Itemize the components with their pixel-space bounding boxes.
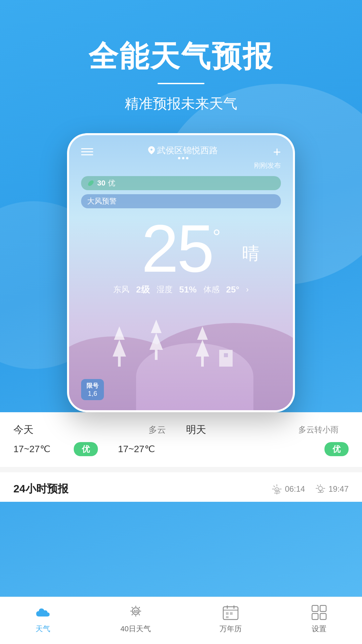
phone-container: 武侯区锦悦西路 + 刚刚发布 30 xyxy=(67,133,295,412)
warning-text: 大风预警 xyxy=(87,196,117,206)
location-pin-icon xyxy=(148,146,155,154)
svg-line-22 xyxy=(132,614,133,615)
calendar-sun-icon: 40 xyxy=(127,604,144,621)
feel-label: 体感 xyxy=(203,284,220,295)
weather-condition: 晴 xyxy=(242,242,259,265)
today-air-badge: 优 xyxy=(74,442,98,456)
tree-1 xyxy=(113,333,126,367)
calendar-nav-label: 万年历 xyxy=(220,624,242,634)
40day-nav-label: 40日天气 xyxy=(120,624,150,634)
sunrise-icon xyxy=(272,484,282,494)
svg-rect-30 xyxy=(226,616,229,618)
sun-info: 06:14 19:47 xyxy=(272,484,349,494)
nav-weather[interactable]: 天气 xyxy=(34,604,52,634)
40day-nav-icon: 40 xyxy=(127,604,144,621)
license-badge[interactable]: 限号 1,6 xyxy=(81,379,104,400)
svg-rect-29 xyxy=(230,612,233,615)
nav-40day[interactable]: 40 40日天气 xyxy=(120,604,150,634)
aqi-label: 优 xyxy=(108,178,115,188)
wind-direction: 东风 xyxy=(113,284,129,295)
aqi-number: 30 xyxy=(97,179,105,187)
svg-rect-32 xyxy=(320,605,326,611)
section-divider xyxy=(0,467,362,472)
svg-line-6 xyxy=(274,486,275,487)
building-icon xyxy=(219,350,233,367)
location-display[interactable]: 武侯区锦悦西路 xyxy=(148,145,218,159)
humidity-value: 51% xyxy=(179,284,197,295)
tomorrow-label: 明天 xyxy=(186,423,220,437)
humidity-label: 湿度 xyxy=(157,284,173,295)
building-window xyxy=(224,353,228,357)
tree-3 xyxy=(196,333,209,367)
temperature-degree: ° xyxy=(213,225,221,248)
svg-point-0 xyxy=(87,179,95,187)
forecast-header: 24小时预报 06:14 xyxy=(0,472,362,502)
svg-rect-33 xyxy=(312,613,318,620)
grid-icon xyxy=(311,604,327,621)
landscape-scene: 限号 1,6 xyxy=(69,296,293,410)
svg-text:40: 40 xyxy=(133,609,138,614)
svg-point-8 xyxy=(318,486,322,490)
today-label: 今天 xyxy=(13,423,47,437)
tree-2 xyxy=(149,326,163,360)
today-temp-range: 17~27℃ xyxy=(13,443,74,454)
sunset-icon xyxy=(315,484,326,494)
sunrise-time: 06:14 xyxy=(285,484,305,494)
license-number: 1,6 xyxy=(86,390,99,397)
sub-title: 精准预报未来天气 xyxy=(0,94,362,113)
calendar-icon xyxy=(223,604,239,621)
weather-badges: 30 优 大风预警 xyxy=(69,170,293,208)
nav-calendar[interactable]: 万年历 xyxy=(220,604,242,634)
warning-badge[interactable]: 大风预警 xyxy=(81,194,281,208)
bottom-navigation: 天气 40 40日天气 xyxy=(0,597,362,644)
sunset-time: 19:47 xyxy=(328,484,349,494)
weather-nav-icon xyxy=(34,604,52,621)
aqi-badge[interactable]: 30 优 xyxy=(81,176,281,190)
svg-line-12 xyxy=(317,485,318,486)
main-title: 全能天气预报 xyxy=(0,40,362,73)
cloud-icon xyxy=(34,605,52,620)
weather-nav-label: 天气 xyxy=(36,624,50,634)
svg-rect-34 xyxy=(320,613,326,620)
forecast-title: 24小时预报 xyxy=(13,482,68,496)
sunrise-item: 06:14 xyxy=(272,484,305,494)
weather-summary-card: 今天 多云 明天 多云转小雨 17~27℃ 优 17~27℃ 优 xyxy=(0,412,362,467)
svg-line-20 xyxy=(139,614,140,615)
calendar-nav-icon xyxy=(222,604,239,621)
location-name-text: 武侯区锦悦西路 xyxy=(157,145,218,156)
svg-rect-31 xyxy=(312,605,318,611)
svg-line-19 xyxy=(132,607,133,608)
phone-header: 武侯区锦悦西路 + xyxy=(69,135,293,163)
svg-rect-28 xyxy=(226,612,229,615)
today-condition: 多云 xyxy=(47,424,186,436)
title-divider xyxy=(158,83,204,84)
temperature-number: 25 xyxy=(141,215,213,282)
leaf-icon xyxy=(87,179,95,187)
feel-temp: 25° xyxy=(226,284,239,295)
tomorrow-air-badge: 优 xyxy=(324,442,349,456)
chevron-right-icon: › xyxy=(246,285,249,294)
header-section: 全能天气预报 精准预报未来天气 xyxy=(0,0,362,113)
add-location-button[interactable]: + xyxy=(273,145,281,159)
tomorrow-temp-range: 17~27℃ xyxy=(118,443,324,454)
svg-line-7 xyxy=(279,491,280,492)
sunset-item: 19:47 xyxy=(315,484,349,494)
tomorrow-condition: 多云转小雨 xyxy=(220,424,349,435)
nav-settings[interactable]: 设置 xyxy=(310,604,328,634)
temperature-section: 25 ° 晴 xyxy=(69,208,293,282)
phone-screen: 武侯区锦悦西路 + 刚刚发布 30 xyxy=(69,135,293,410)
svg-line-21 xyxy=(139,607,140,608)
svg-line-13 xyxy=(322,490,324,492)
phone-frame: 武侯区锦悦西路 + 刚刚发布 30 xyxy=(67,133,295,412)
settings-nav-label: 设置 xyxy=(312,624,326,634)
menu-icon[interactable] xyxy=(81,148,93,155)
license-label: 限号 xyxy=(86,382,99,390)
settings-nav-icon xyxy=(310,604,328,621)
